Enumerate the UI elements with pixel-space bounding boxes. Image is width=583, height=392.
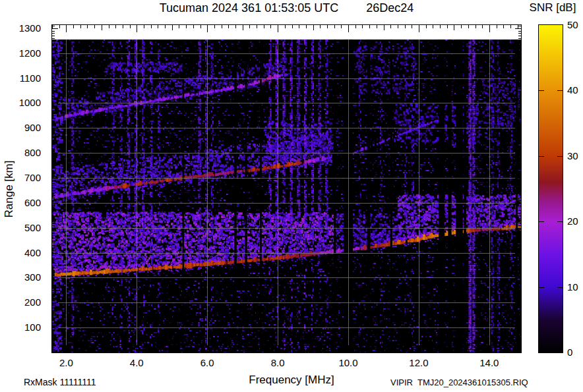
x-axis-title: Frequency [MHz]: [242, 374, 341, 387]
colorbar-tick-label: 0: [567, 347, 583, 358]
x-tick-label: 10.0: [334, 358, 363, 368]
plot-frame: [51, 24, 522, 353]
figure-title: Tucuman 2024 361 01:53:05 UTC26Dec24: [52, 1, 521, 15]
station-time-title: Tucuman 2024 361 01:53:05 UTC: [160, 1, 339, 14]
y-tick-label: 900: [0, 123, 41, 133]
rxmask-label: RxMask 11111111: [24, 377, 96, 387]
y-tick-label: 1000: [0, 98, 41, 108]
colorbar-tick-mark: [539, 221, 544, 222]
colorbar-tick-mark: [539, 90, 544, 91]
y-tick-label: 800: [0, 148, 41, 158]
colorbar-tick-mark: [539, 156, 544, 157]
x-tick-label: 12.0: [404, 358, 433, 368]
y-tick-label: 300: [0, 272, 41, 283]
ionogram-heatmap-canvas: [52, 25, 521, 352]
colorbar-title: SNR [dB]: [523, 1, 582, 14]
colorbar-tick-mark: [557, 90, 563, 91]
colorbar-tick-mark: [557, 221, 563, 222]
date-label: 26Dec24: [366, 1, 414, 14]
y-tick-label: 200: [0, 297, 41, 308]
y-tick-label: 1300: [0, 23, 41, 34]
x-tick-label: 8.0: [263, 358, 292, 368]
x-tick-label: 4.0: [122, 358, 151, 368]
y-axis-title: Range [km]: [3, 161, 16, 218]
colorbar-tick-label: 30: [567, 151, 583, 161]
y-tick-label: 500: [0, 223, 41, 233]
colorbar-tick-mark: [539, 287, 544, 288]
data-file-label: VIPIR TMJ20_2024361015305.RIQ: [390, 378, 528, 387]
colorbar-tick-label: 50: [567, 20, 583, 30]
x-tick-label: 2.0: [51, 358, 80, 368]
ionogram-figure: Tucuman 2024 361 01:53:05 UTC26Dec24 SNR…: [0, 0, 583, 392]
colorbar-tick-mark: [557, 156, 563, 157]
y-tick-label: 1100: [0, 73, 41, 84]
x-tick-label: 14.0: [475, 358, 504, 368]
colorbar-tick-label: 40: [567, 85, 583, 96]
snr-colorbar: [538, 24, 563, 353]
colorbar-tick-mark: [557, 287, 563, 288]
colorbar-tick-label: 10: [567, 282, 583, 293]
y-tick-label: 100: [0, 322, 41, 333]
colorbar-tick-label: 20: [567, 216, 583, 227]
x-tick-label: 6.0: [193, 358, 222, 368]
y-tick-label: 400: [0, 248, 41, 258]
y-tick-label: 1200: [0, 48, 41, 59]
